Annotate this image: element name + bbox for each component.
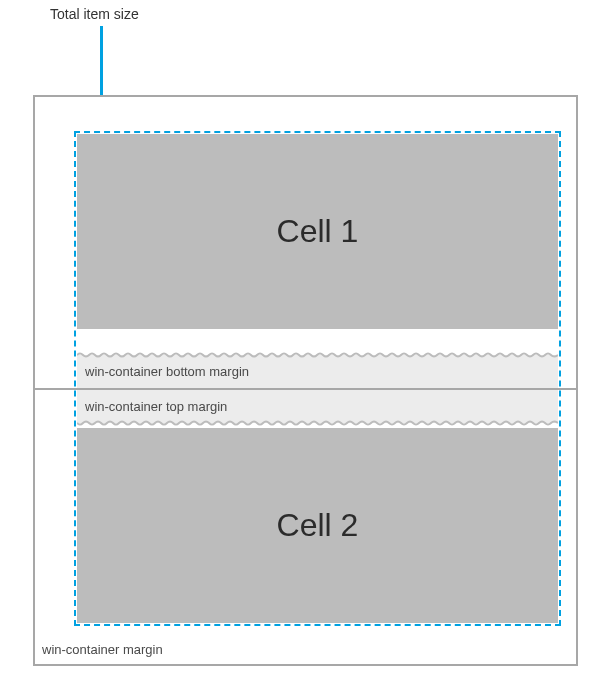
callout-label: Total item size (50, 6, 139, 22)
cell-2-label: Cell 2 (277, 507, 359, 544)
top-margin-label: win-container top margin (85, 399, 227, 414)
cell-1: Cell 1 (77, 134, 558, 329)
bottom-margin-strip: win-container bottom margin (77, 355, 558, 388)
top-margin-strip: win-container top margin (77, 390, 558, 423)
bottom-margin-label: win-container bottom margin (85, 364, 249, 379)
diagram-canvas: Total item size Cell 1 win-container bot… (0, 0, 610, 680)
cell-2: Cell 2 (77, 428, 558, 623)
outer-container-caption: win-container margin (42, 642, 163, 657)
container-split-line (33, 388, 578, 390)
cell-1-label: Cell 1 (277, 213, 359, 250)
